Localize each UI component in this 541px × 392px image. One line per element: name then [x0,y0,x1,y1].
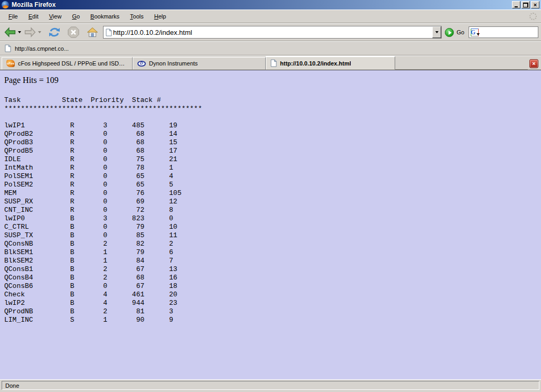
cell-task: PolSEM1 [4,172,33,181]
tab-bar: cFos Highspeed DSL / PPPoE und ISDN CAP.… [0,55,541,70]
menu-file[interactable]: File [3,12,23,21]
restore-button[interactable] [521,1,530,8]
cell-stack: 68 [107,147,144,155]
cell-state: S [70,316,74,324]
close-button[interactable]: × [531,1,539,8]
cell-pri: 2 [103,274,107,282]
cell-stack: 68 [107,274,144,282]
menu-bookmarks[interactable]: Bookmarks [85,12,125,21]
cell-num: 14 [169,130,178,138]
cell-pri: 3 [103,214,107,223]
table-row: CNT_INCR0728 [4,206,251,214]
cell-pri: 0 [103,147,107,155]
cell-num: 8 [169,206,173,214]
cell-task: lwIP2 [4,299,25,307]
menu-help[interactable]: Help [149,12,172,21]
back-button[interactable] [3,25,17,40]
cell-num: 10 [169,223,178,231]
chevron-down-icon [435,31,439,33]
forward-button[interactable] [23,25,38,40]
cell-stack: 78 [107,164,144,172]
stop-button[interactable] [66,25,81,40]
cell-state: B [70,223,74,231]
cell-num: 11 [169,231,178,240]
task-rows: lwIP1R348519QProdB2R06814QProdB3R06815QP… [4,122,251,324]
tab-label: http://10.0.10.2/index.html [280,60,351,67]
minimize-icon [515,6,518,7]
menu-go[interactable]: Go [67,12,85,21]
cell-num: 23 [169,299,178,307]
back-arrow-icon [4,26,16,39]
cell-pri: 1 [103,257,107,265]
menu-edit[interactable]: Edit [23,12,44,21]
minimize-button[interactable] [512,1,520,8]
cell-stack: 90 [107,316,144,324]
cell-task: PolSEM2 [4,181,33,189]
home-button[interactable] [85,25,100,40]
url-dropdown-button[interactable] [432,26,441,38]
activity-throbber-icon [529,13,537,20]
cell-task: CNT_INC [4,206,33,214]
cell-task: C_CTRL [4,223,29,231]
cell-state: R [70,155,74,164]
cell-num: 15 [169,138,178,147]
cell-state: R [70,130,74,138]
table-row: lwIP2B494423 [4,299,251,307]
cell-pri: 0 [103,172,107,181]
forward-history-dropdown[interactable] [38,31,43,33]
menu-view[interactable]: View [44,12,67,21]
search-input[interactable] [482,29,538,36]
back-history-dropdown[interactable] [17,31,23,33]
table-row: QConsB6B06718 [4,282,251,291]
cell-task: BlkSEM2 [4,257,33,265]
tab-index-html[interactable]: http://10.0.10.2/index.html [266,56,395,70]
cell-num: 21 [169,155,178,164]
cell-stack: 76 [107,189,144,198]
cell-stack: 81 [107,307,144,316]
cell-task: SUSP_RX [4,198,33,206]
cell-stack: 84 [107,257,144,265]
cell-state: B [70,257,74,265]
chevron-down-icon [38,31,41,33]
stop-icon [67,26,80,39]
google-engine-icon[interactable]: G [471,29,479,36]
cell-stack: 461 [107,291,144,299]
cell-task: QConsNB [4,240,33,248]
navigation-toolbar: Go G [0,23,541,41]
tab-dynon[interactable]: D Dynon Instruments [133,57,266,70]
page-hits-text: Page Hits = 109 [4,76,541,85]
table-row: MEMR076105 [4,189,251,198]
go-button[interactable]: Go [445,28,464,37]
cell-stack: 65 [107,181,144,189]
url-input[interactable] [112,29,432,36]
table-row: PolSEM1R0654 [4,172,251,181]
search-bar: G [469,26,538,38]
close-icon: × [532,60,535,67]
cell-state: R [70,189,74,198]
menu-tools[interactable]: Tools [125,12,149,21]
tab-strip-filler [395,57,528,70]
cell-num: 3 [169,307,173,316]
cell-num: 105 [169,189,181,198]
close-tab-button[interactable]: × [529,59,538,68]
table-row: BlkSEM1B1796 [4,248,251,257]
cell-task: QProdNB [4,307,33,316]
table-separator: ****************************************… [4,105,251,113]
cell-state: R [70,147,74,155]
forward-arrow-icon [24,26,36,39]
table-header-row: Task State Priority Stack # [4,96,251,105]
cell-stack: 79 [107,223,144,231]
cell-state: R [70,172,74,181]
cell-num: 19 [169,122,178,130]
firefox-logo-icon [2,1,9,8]
reload-button[interactable] [47,25,62,40]
cell-stack: 75 [107,155,144,164]
cell-pri: 0 [103,223,107,231]
cell-task: BlkSEM1 [4,248,33,257]
table-row: SUSP_TXB08511 [4,231,251,240]
cell-state: B [70,307,74,316]
reload-icon [48,26,61,39]
cell-num: 12 [169,198,178,206]
tab-cfos[interactable]: cFos Highspeed DSL / PPPoE und ISDN CAP.… [2,57,133,70]
bookmark-item[interactable]: http://as.cmpnet.co... [15,45,69,52]
